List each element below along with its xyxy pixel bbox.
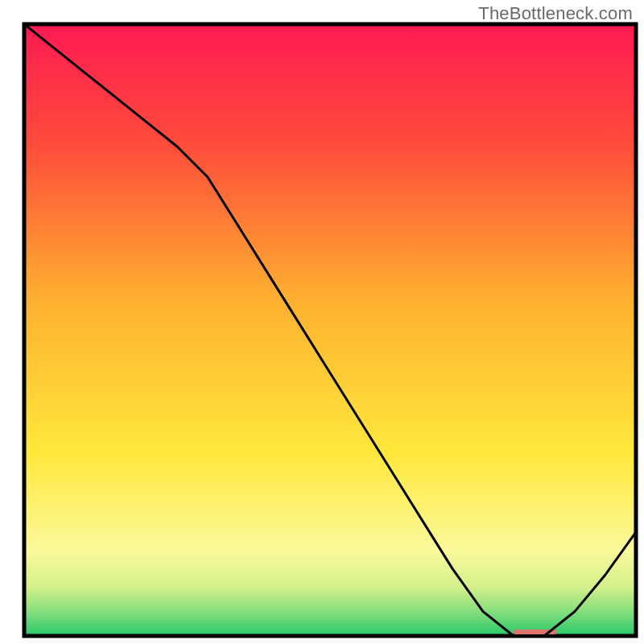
chart-background-gradient — [24, 24, 636, 636]
chart-container: TheBottleneck.com — [0, 0, 644, 644]
watermark-text: TheBottleneck.com — [478, 3, 633, 24]
bottleneck-chart — [0, 0, 644, 644]
